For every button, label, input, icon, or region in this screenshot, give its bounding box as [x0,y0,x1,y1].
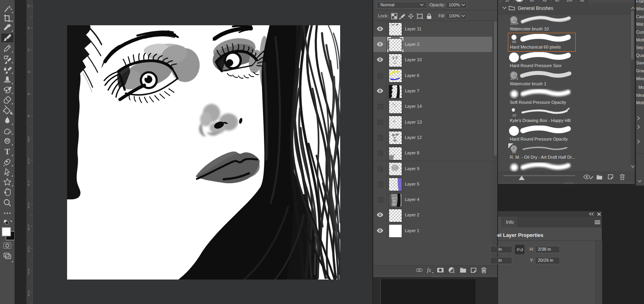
svg-text:16: 16 [509,144,513,146]
svg-text:0: 0 [28,26,30,30]
svg-text:6: 6 [28,92,30,96]
svg-text:8: 8 [28,114,30,118]
svg-text:8: 8 [28,227,30,231]
svg-text:4: 4 [28,70,30,74]
svg-text:4: 4 [28,293,30,297]
svg-text:2: 2 [28,161,30,165]
svg-text:fx: fx [427,267,431,273]
svg-text:0: 0 [28,139,30,143]
svg-text:6: 6 [28,205,30,209]
svg-text:2: 2 [28,48,30,52]
svg-text:2: 2 [28,4,30,8]
svg-text:4: 4 [28,183,30,187]
svg-text:0: 0 [28,249,30,253]
svg-text:2: 2 [28,271,30,275]
svg-text:T: T [5,147,10,156]
